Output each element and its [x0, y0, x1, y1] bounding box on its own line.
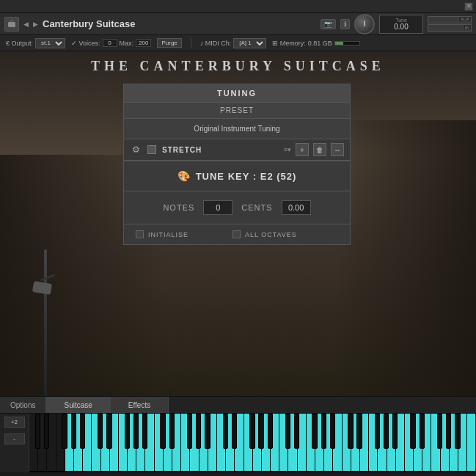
white-key[interactable]	[422, 414, 431, 472]
instrument-title: Canterbury Suitcase	[43, 18, 316, 29]
white-key[interactable]	[360, 414, 369, 472]
max-value: 200	[136, 39, 151, 47]
tab-options[interactable]: Options	[0, 397, 46, 413]
white-key[interactable]	[333, 414, 342, 472]
white-key[interactable]	[387, 414, 396, 472]
white-key[interactable]	[253, 414, 262, 472]
memory-value: 0.81 GB	[308, 40, 332, 47]
white-key[interactable]	[145, 414, 154, 472]
tab-suitcase[interactable]: Suitcase	[46, 397, 110, 413]
midi-select[interactable]: [A] 1	[233, 38, 266, 48]
cents-label: CENTS	[241, 203, 272, 212]
palette-icon: 🎨	[177, 170, 190, 182]
white-key[interactable]	[38, 414, 47, 472]
white-key[interactable]	[217, 414, 226, 472]
white-key[interactable]	[244, 414, 253, 472]
preset-value[interactable]: Original Instrument Tuning	[124, 119, 350, 139]
purge-button[interactable]: Purge	[157, 38, 181, 48]
white-key[interactable]	[181, 414, 190, 472]
white-key[interactable]	[298, 414, 307, 472]
voices-value: 0	[103, 39, 117, 47]
gear-icon[interactable]: ⚙	[130, 144, 142, 155]
tab-effects[interactable]: Effects	[111, 397, 169, 413]
initialise-checkbox[interactable]	[136, 230, 144, 238]
tuning-header: TUNING	[124, 84, 350, 103]
white-key[interactable]	[190, 414, 199, 472]
white-key[interactable]	[343, 414, 351, 472]
white-key[interactable]	[199, 414, 208, 472]
white-key[interactable]	[155, 414, 164, 472]
white-key[interactable]	[279, 414, 288, 472]
white-key[interactable]	[235, 414, 244, 472]
white-key[interactable]	[47, 414, 56, 472]
preset-header: PRESET	[124, 103, 350, 119]
stretch-checkbox[interactable]	[147, 145, 156, 154]
white-key[interactable]	[92, 414, 100, 472]
white-key[interactable]	[262, 414, 271, 472]
notes-input[interactable]	[203, 200, 232, 215]
octave-down-button[interactable]: -	[4, 433, 25, 444]
second-bar: € Output: st.1 ✓ Voices: 0 Max: 200 Purg…	[0, 35, 476, 51]
white-key[interactable]	[172, 414, 181, 472]
output-select[interactable]: st.1	[35, 38, 65, 48]
white-key[interactable]	[101, 414, 110, 472]
white-key[interactable]	[450, 414, 458, 472]
white-key[interactable]	[208, 414, 217, 472]
white-key[interactable]	[378, 414, 387, 472]
cents-input[interactable]	[282, 200, 311, 215]
white-key[interactable]	[467, 414, 476, 472]
white-key[interactable]	[458, 414, 467, 472]
white-key[interactable]	[369, 414, 378, 472]
white-key[interactable]	[136, 414, 145, 472]
all-octaves-checkbox[interactable]	[232, 230, 241, 238]
list-icon[interactable]: ≡▾	[284, 146, 291, 153]
title-arrow-right[interactable]: ▶	[33, 21, 38, 28]
white-key[interactable]	[396, 414, 405, 472]
white-key[interactable]	[431, 414, 440, 472]
white-key[interactable]	[74, 414, 83, 472]
all-octaves-check[interactable]: ALL OCTAVES	[232, 230, 297, 238]
octave-up-button[interactable]: +2	[4, 417, 25, 428]
tune-value: 0.00	[394, 23, 408, 31]
notes-cents-row: NOTES CENTS	[124, 191, 350, 224]
white-key[interactable]	[56, 414, 65, 472]
white-key[interactable]	[164, 414, 172, 472]
delete-button[interactable]: 🗑	[313, 143, 326, 156]
piano-keyboard[interactable]	[29, 414, 476, 472]
white-key[interactable]	[119, 414, 128, 472]
tuning-panel: TUNING PRESET Original Instrument Tuning…	[123, 84, 351, 245]
white-key[interactable]	[414, 414, 422, 472]
initialise-label: INITIALISE	[148, 231, 188, 238]
keyboard-controls: +2 -	[0, 414, 29, 472]
white-key[interactable]	[226, 414, 235, 472]
camera-button[interactable]: 📷	[321, 19, 336, 29]
close-button[interactable]: ✕	[464, 2, 473, 11]
bottom-tabs: Options Suitcase Effects	[0, 396, 476, 414]
white-key[interactable]	[65, 414, 74, 472]
tune-knob[interactable]	[354, 14, 375, 34]
white-key[interactable]	[405, 414, 414, 472]
stretch-label: STRETCH	[162, 146, 278, 154]
white-key[interactable]	[83, 414, 92, 472]
bottom-checks: INITIALISE ALL OCTAVES	[124, 224, 350, 244]
tune-display: Tune 0.00	[379, 15, 423, 34]
white-key[interactable]	[324, 414, 333, 472]
white-key[interactable]	[307, 414, 315, 472]
title-arrow-left[interactable]: ◀	[23, 21, 29, 28]
white-key[interactable]	[351, 414, 360, 472]
add-button[interactable]: +	[296, 143, 309, 156]
white-key[interactable]	[128, 414, 136, 472]
white-key[interactable]	[271, 414, 279, 472]
white-key[interactable]	[29, 414, 38, 472]
arrow-button[interactable]: ↔	[331, 143, 344, 156]
white-key[interactable]	[315, 414, 324, 472]
white-key[interactable]	[288, 414, 297, 472]
initialise-check[interactable]: INITIALISE	[136, 230, 188, 238]
info-button[interactable]: ℹ	[340, 19, 350, 29]
white-key[interactable]	[110, 414, 119, 472]
white-key[interactable]	[441, 414, 450, 472]
midi-section: ♪ MIDI Ch: [A] 1	[200, 38, 267, 48]
main-title: THE CANTERBURY SUITCASE	[0, 59, 476, 74]
tune-key-text: TUNE KEY : E2 (52)	[196, 171, 297, 182]
memory-label: ⊞ Memory:	[272, 40, 306, 47]
